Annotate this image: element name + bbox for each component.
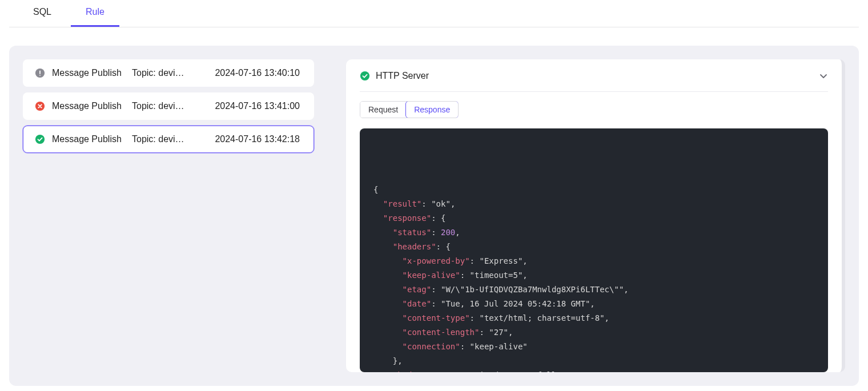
- success-icon: [360, 71, 370, 81]
- error-icon: [35, 101, 45, 111]
- warning-icon: [35, 68, 45, 78]
- toggle-request[interactable]: Request: [360, 102, 406, 118]
- event-row-0[interactable]: Message Publish Topic: devi… 2024-07-16 …: [23, 59, 314, 87]
- event-row-1[interactable]: Message Publish Topic: devi… 2024-07-16 …: [23, 92, 314, 120]
- detail-header: HTTP Server: [360, 71, 828, 92]
- event-label: Message Publish: [52, 134, 132, 144]
- tab-rule[interactable]: Rule: [71, 0, 119, 27]
- success-icon: [35, 134, 45, 144]
- event-label: Message Publish: [52, 101, 132, 111]
- request-response-toggle: Request Response: [360, 101, 459, 118]
- event-time: 2024-07-16 13:42:18: [215, 134, 300, 144]
- main-panel: Message Publish Topic: devi… 2024-07-16 …: [9, 46, 859, 386]
- response-code-block[interactable]: { "result": "ok", "response": { "status"…: [360, 128, 828, 372]
- toggle-response[interactable]: Response: [405, 101, 459, 118]
- main-tabs: SQL Rule: [9, 0, 859, 27]
- event-row-2[interactable]: Message Publish Topic: devi… 2024-07-16 …: [23, 126, 314, 153]
- svg-point-4: [35, 135, 45, 144]
- chevron-down-icon[interactable]: [819, 71, 828, 80]
- event-topic: Topic: devi…: [132, 101, 195, 111]
- event-topic: Topic: devi…: [132, 134, 195, 144]
- svg-rect-2: [39, 75, 41, 76]
- svg-rect-1: [39, 71, 41, 74]
- svg-point-5: [360, 71, 369, 80]
- event-label: Message Publish: [52, 68, 132, 78]
- event-time: 2024-07-16 13:41:00: [215, 101, 300, 111]
- event-time: 2024-07-16 13:40:10: [215, 68, 300, 78]
- tab-sql[interactable]: SQL: [18, 0, 66, 27]
- detail-panel: HTTP Server Request Response { "result":…: [346, 59, 845, 372]
- detail-title: HTTP Server: [376, 71, 819, 81]
- event-topic: Topic: devi…: [132, 68, 195, 78]
- copy-icon[interactable]: [810, 136, 820, 147]
- event-list: Message Publish Topic: devi… 2024-07-16 …: [23, 59, 314, 372]
